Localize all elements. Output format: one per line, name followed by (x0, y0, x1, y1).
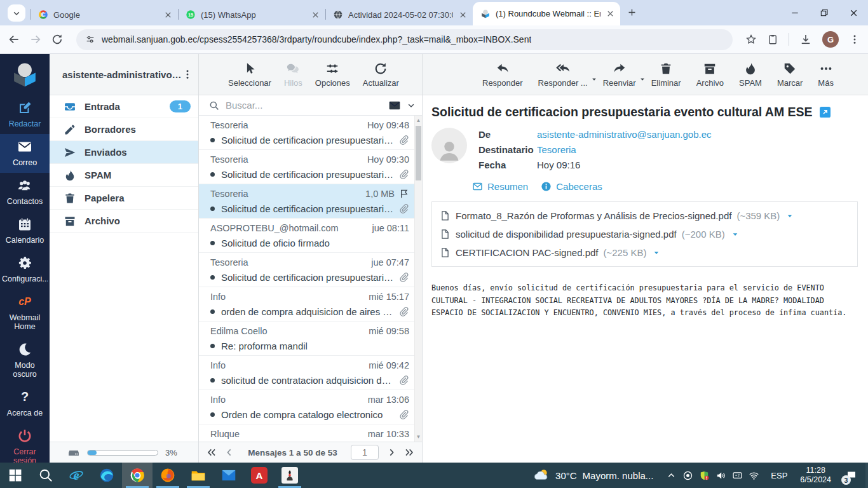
folder-item[interactable]: Papelera (50, 187, 198, 210)
taskbar-app[interactable] (122, 463, 153, 488)
flag-icon[interactable] (399, 189, 409, 199)
new-tab-button[interactable] (627, 7, 637, 20)
first-page-icon[interactable] (207, 447, 217, 458)
chevup-icon[interactable] (666, 470, 677, 481)
caret-down-icon[interactable] (639, 76, 646, 83)
open-in-new-window-icon[interactable] (820, 107, 831, 118)
message-row[interactable]: Tesoreria Hoy 09:30 Solicitud de certifi… (199, 150, 414, 184)
close-tab-icon[interactable] (163, 10, 173, 20)
attachment-row[interactable]: Formato_8_Razón de Proformas y Análisis … (440, 207, 850, 225)
toolbar-button[interactable]: Actualizar (359, 60, 403, 89)
cast-icon[interactable] (732, 470, 743, 481)
restore-icon[interactable] (819, 8, 829, 18)
address-bar[interactable]: webmail.sanjuan.gob.ec/cpsess2554257368/… (76, 29, 733, 50)
browser-tab[interactable]: Google (31, 4, 178, 25)
speaker-icon[interactable] (715, 470, 726, 481)
tab-search-button[interactable] (8, 4, 25, 22)
taskbar-clock[interactable]: 11:28 6/5/2024 (794, 466, 837, 485)
attachment-name[interactable]: Formato_8_Razón de Proformas y Análisis … (456, 210, 731, 221)
folder-item[interactable]: SPAM (50, 164, 198, 187)
previous-page-icon[interactable] (224, 447, 234, 458)
field-value[interactable]: Hoy 09:16 (537, 159, 580, 170)
action-center-button[interactable]: 3 (837, 463, 865, 488)
taskbar-app[interactable] (92, 463, 122, 488)
taskbar-app[interactable] (183, 463, 214, 488)
toolbar-button[interactable]: Eliminar (648, 60, 685, 89)
browser-menu-icon[interactable] (849, 34, 860, 45)
folder-options-icon[interactable] (182, 69, 193, 80)
message-row[interactable]: Tesoreria 1,0 MB Solicitud de certificac… (199, 184, 414, 219)
downloads-icon[interactable] (799, 33, 812, 46)
wifi-icon[interactable] (749, 470, 759, 481)
attachment-menu-icon[interactable] (653, 249, 660, 257)
extensions-icon[interactable] (767, 34, 778, 45)
toolbar-button[interactable]: Más (814, 60, 837, 89)
attachment-name[interactable]: CERTIFICACION PAC-signed.pdf (456, 247, 599, 258)
close-tab-icon[interactable] (311, 10, 320, 20)
scroll-down-icon[interactable]: ▼ (415, 434, 422, 440)
taskbar-app[interactable]: e (61, 463, 92, 488)
message-row[interactable]: ASOPROTEBU_@hotmail.com jue 08:11 Solici… (199, 219, 414, 253)
toolbar-button[interactable]: Archivo (693, 60, 728, 89)
sidebar-item[interactable]: Configuraci... (0, 250, 50, 289)
bookmark-icon[interactable] (745, 34, 757, 45)
minimize-icon[interactable] (790, 8, 800, 18)
field-value[interactable]: Tesoreria (537, 144, 576, 155)
header-link[interactable]: Cabeceras (541, 181, 602, 192)
language-indicator[interactable]: ESP (764, 471, 794, 480)
reload-icon[interactable] (51, 33, 64, 46)
field-value[interactable]: asistente-administrativo@sanjuan.gob.ec (537, 129, 712, 140)
scrollbar-thumb[interactable] (416, 126, 421, 180)
record-icon[interactable] (682, 470, 693, 481)
message-row[interactable]: Tesoreria Hoy 09:48 Solicitud de certifi… (199, 116, 414, 150)
taskbar-app[interactable]: A (244, 463, 275, 488)
attachment-row[interactable]: CERTIFICACION PAC-signed.pdf (~225 KB) (440, 243, 850, 262)
browser-tab[interactable]: Actividad 2024-05-02 07:30:00 (325, 4, 473, 25)
toolbar-button[interactable]: Reenviar (599, 60, 640, 89)
taskbar-app[interactable] (275, 463, 305, 488)
folder-item[interactable]: Archivo (50, 210, 198, 233)
toolbar-button[interactable]: Responder ... (534, 60, 592, 89)
attachment-menu-icon[interactable] (786, 212, 794, 220)
attachment-name[interactable]: solicitud de disponibilidad presupuestar… (456, 229, 677, 240)
sidebar-item[interactable]: cP Webmail Home (0, 289, 50, 337)
search-options-icon[interactable] (407, 101, 416, 110)
site-settings-icon[interactable] (85, 34, 95, 44)
search-input[interactable] (226, 100, 383, 111)
next-page-icon[interactable] (386, 447, 397, 458)
attachment-menu-icon[interactable] (731, 231, 739, 238)
folder-item[interactable]: Enviados (50, 141, 198, 164)
attachment-row[interactable]: solicitud de disponibilidad presupuestar… (440, 225, 850, 243)
back-icon[interactable] (8, 33, 20, 46)
toolbar-button[interactable]: Responder (478, 60, 527, 89)
browser-tab[interactable]: 15 (15) WhatsApp (178, 4, 325, 25)
message-row[interactable]: Edilma Coello mié 09:58 Re: proforma man… (199, 322, 414, 356)
page-number-input[interactable] (351, 445, 379, 460)
last-page-icon[interactable] (404, 447, 414, 458)
toolbar-button[interactable]: Hilos (280, 60, 306, 89)
weather-widget[interactable]: 30°C Mayorm. nubla... (526, 467, 661, 484)
caret-down-icon[interactable] (591, 76, 597, 83)
message-row[interactable]: Rluque mar 10:33 (199, 424, 414, 442)
message-row[interactable]: Info mar 13:06 Orden de compra catalogo … (199, 390, 414, 424)
profile-avatar[interactable]: G (822, 31, 839, 48)
close-tab-icon[interactable] (458, 10, 468, 20)
browser-tab[interactable]: (1) Roundcube Webmail :: Envia (473, 2, 620, 25)
sidebar-item[interactable]: Modo oscuro (0, 337, 50, 384)
folder-item[interactable]: Borradores (50, 118, 198, 141)
close-tab-icon[interactable] (606, 9, 615, 18)
search-scope-icon[interactable] (388, 99, 401, 112)
toolbar-button[interactable]: Opciones (311, 60, 354, 89)
sidebar-item[interactable]: Correo (0, 134, 50, 173)
scroll-up-icon[interactable]: ▲ (415, 118, 422, 123)
message-row[interactable]: Tesoreria jue 07:47 Solicitud de certifi… (199, 253, 414, 287)
taskbar-app[interactable] (153, 463, 183, 488)
sidebar-item[interactable]: Contactos (0, 173, 50, 212)
folder-item[interactable]: Entrada 1 (50, 95, 198, 118)
sidebar-item[interactable]: ? Acerca de (0, 384, 50, 423)
toolbar-button[interactable]: SPAM (735, 60, 766, 89)
taskbar-app[interactable] (31, 463, 61, 488)
message-row[interactable]: Info mié 15:17 orden de compra adquisici… (199, 287, 414, 322)
taskbar-app[interactable] (214, 463, 244, 488)
taskbar-app[interactable] (0, 463, 31, 488)
